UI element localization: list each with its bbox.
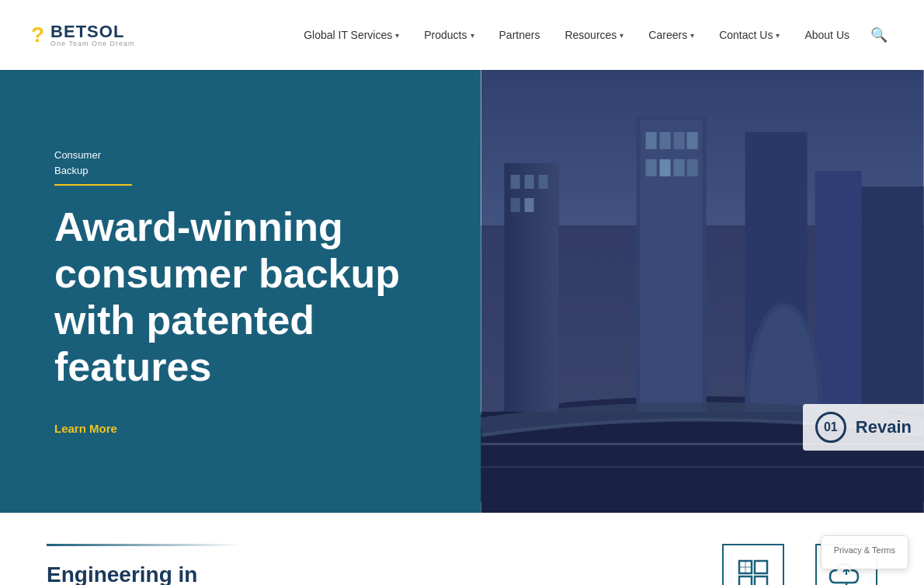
nav-item-partners[interactable]: Partners	[490, 23, 550, 47]
nav-item-about-us[interactable]: About Us	[795, 23, 859, 47]
nav-item-products[interactable]: Products ▾	[415, 23, 483, 47]
svg-rect-30	[755, 561, 767, 573]
breadcrumb-line1: Consumer	[54, 148, 426, 163]
engineering-block: Engineering in action	[47, 544, 241, 585]
engineering-title: Engineering in action	[47, 562, 241, 585]
nav-item-contact-us[interactable]: Contact Us ▾	[710, 23, 789, 47]
chevron-down-icon: ▾	[395, 31, 399, 40]
engineering-title-line1: Engineering in	[47, 562, 197, 585]
chevron-down-icon: ▾	[690, 31, 694, 40]
nav-label-careers: Careers	[648, 29, 687, 41]
nav-label-contact-us: Contact Us	[719, 29, 773, 41]
grid-icon	[736, 558, 770, 585]
logo[interactable]: ? BETSOL One Team One Dream	[31, 23, 134, 47]
logo-punct: ?	[31, 23, 44, 47]
chevron-down-icon: ▾	[471, 31, 474, 40]
search-button[interactable]: 🔍	[865, 21, 893, 49]
bottom-section: Engineering in action	[0, 513, 924, 585]
nav-label-global-it-services: Global IT Services	[304, 29, 392, 41]
nav-item-global-it-services[interactable]: Global IT Services ▾	[294, 23, 408, 47]
hero-right: 01 Revain	[481, 70, 924, 513]
search-icon: 🔍	[870, 26, 888, 44]
learn-more-button[interactable]: Learn More	[54, 422, 426, 435]
nav-label-resources: Resources	[564, 29, 617, 41]
hero-section: Consumer Backup Award-winning consumer b…	[0, 70, 924, 513]
breadcrumb-line2: Backup	[54, 163, 426, 179]
brand-name: BETSOL	[50, 23, 134, 40]
cookie-text: Privacy & Terms	[834, 545, 895, 555]
revain-overlay: 01 Revain	[803, 404, 924, 451]
chevron-down-icon: ▾	[776, 31, 780, 40]
nav-links: Global IT Services ▾ Products ▾ Partners…	[294, 21, 893, 49]
revain-logo: 01	[815, 412, 846, 443]
nav-item-careers[interactable]: Careers ▾	[639, 23, 703, 47]
hero-headline: Award-winning consumer backup with paten…	[54, 204, 426, 390]
hero-left: Consumer Backup Award-winning consumer b…	[0, 70, 481, 513]
svg-rect-31	[739, 576, 752, 585]
chevron-down-icon: ▾	[620, 31, 624, 40]
svg-rect-32	[755, 576, 767, 585]
icon-item-1	[722, 544, 784, 585]
breadcrumb-underline	[54, 184, 132, 186]
accent-line	[47, 544, 241, 546]
nav-label-products: Products	[424, 29, 467, 41]
brand-tagline: One Team One Dream	[50, 40, 134, 47]
revain-brand-name: Revain	[856, 417, 912, 437]
nav-item-resources[interactable]: Resources ▾	[555, 23, 633, 47]
grid-icon-box	[722, 544, 784, 585]
navbar: ? BETSOL One Team One Dream Global IT Se…	[0, 0, 924, 70]
hero-breadcrumb: Consumer Backup	[54, 148, 426, 186]
nav-label-partners: Partners	[499, 29, 540, 41]
nav-label-about-us: About Us	[804, 29, 849, 41]
logo-mark: BETSOL One Team One Dream	[50, 23, 134, 47]
cookie-notice: Privacy & Terms	[821, 535, 908, 569]
